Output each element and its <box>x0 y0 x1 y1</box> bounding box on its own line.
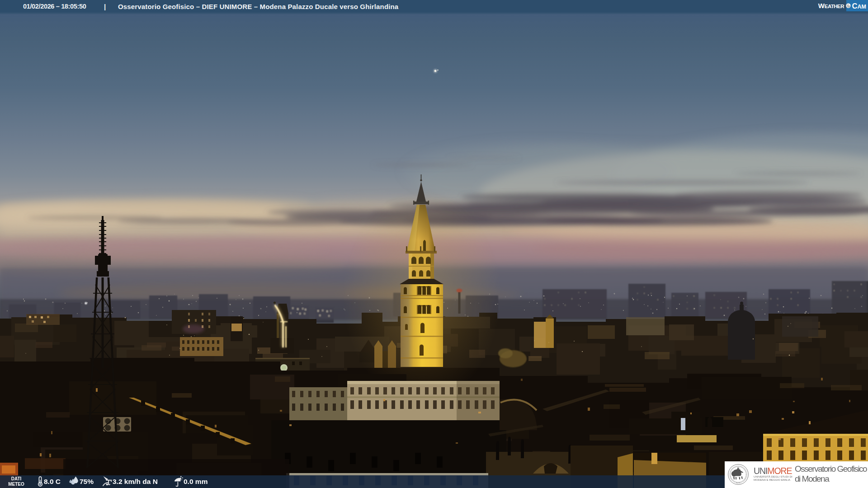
svg-text:1175: 1175 <box>736 482 741 484</box>
